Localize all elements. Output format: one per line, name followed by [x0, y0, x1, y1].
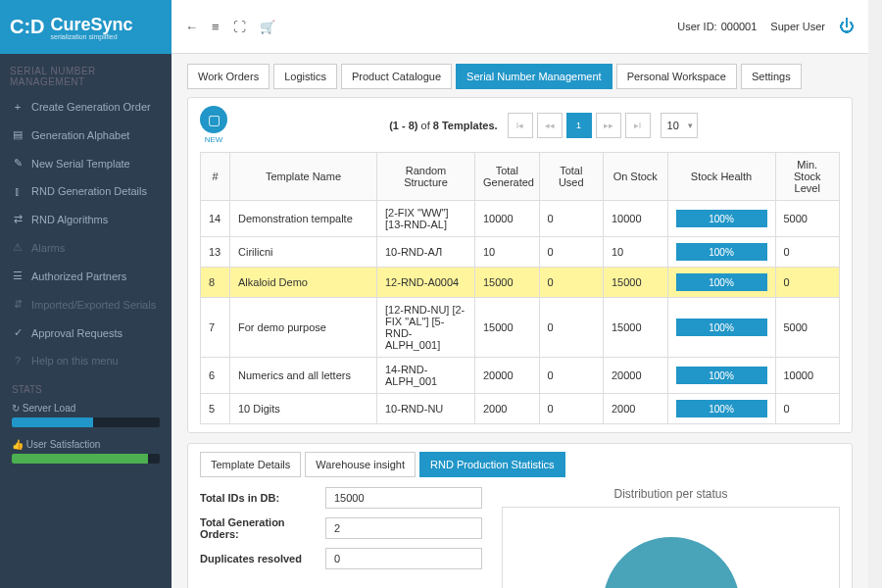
brand-logo[interactable]: C:⁠D CureSync serialization simplified — [0, 0, 172, 54]
subtab-warehouse-insight[interactable]: Warehouse insight — [305, 452, 416, 477]
tgo-label: Total Generation Orders: — [200, 516, 318, 540]
cell-tg: 15000 — [475, 298, 540, 358]
total-ids-label: Total IDs in DB: — [200, 492, 318, 504]
sidebar-item-icon: ⇵ — [12, 298, 24, 311]
cart-icon[interactable]: 🛒 — [260, 20, 275, 34]
cell-tg: 15000 — [475, 268, 540, 298]
sidebar-item-9[interactable]: ?Help on this menu — [0, 347, 172, 374]
sidebar-item-1[interactable]: ▤Generation Alphabet — [0, 121, 172, 149]
cell-os: 20000 — [604, 358, 668, 394]
sidebar-item-6[interactable]: ☰Authorized Partners — [0, 262, 172, 290]
sidebar-item-icon: + — [12, 101, 24, 113]
tgo-value: 2 — [325, 517, 482, 539]
table-row[interactable]: 13 Cirilicni 10-RND-АЛ 10 0 10 100% 0 — [201, 237, 840, 268]
cell-tg: 2000 — [475, 394, 540, 424]
pager-page-1[interactable]: 1 — [566, 113, 592, 138]
sidebar-stats-header: STATS — [0, 374, 172, 399]
col-header[interactable]: Total Used — [539, 153, 604, 201]
tab-product-catalogue[interactable]: Product Catalogue — [341, 64, 452, 89]
cell-n: 8 — [201, 268, 230, 298]
fullscreen-icon[interactable]: ⛶ — [233, 20, 246, 34]
sidebar-item-label: Help on this menu — [31, 355, 119, 367]
pager-size-select[interactable]: 10 — [661, 113, 698, 138]
new-icon: ▢ — [200, 106, 227, 133]
sidebar-item-icon: ⫿ — [12, 185, 24, 197]
logo-icon: C:⁠D — [10, 16, 45, 38]
pager-first[interactable]: I◂ — [508, 113, 533, 138]
cell-rs: 10-RND-NU — [377, 394, 475, 424]
cell-os: 10000 — [604, 201, 668, 237]
tab-serial-number-management[interactable]: Serial Number Management — [456, 64, 612, 89]
cell-ms: 10000 — [775, 358, 840, 394]
cell-ms: 0 — [775, 237, 840, 268]
table-row[interactable]: 5 10 Digits 10-RND-NU 2000 0 2000 100% 0 — [201, 394, 840, 424]
col-header[interactable]: Stock Health — [667, 153, 775, 201]
sidebar-item-icon: ⇄ — [12, 213, 24, 225]
back-icon[interactable]: ← — [185, 20, 198, 34]
sidebar-item-label: Approval Requests — [31, 327, 122, 339]
cell-rs: 12-RND-A0004 — [377, 268, 475, 298]
cell-name: Cirilicni — [230, 237, 377, 268]
cell-rs: 10-RND-АЛ — [377, 237, 475, 268]
tab-settings[interactable]: Settings — [741, 64, 802, 89]
sub-tabs: Template DetailsWarehouse insightRND Pro… — [200, 452, 840, 477]
sidebar-item-8[interactable]: ✓Approval Requests — [0, 318, 172, 347]
col-header[interactable]: Min. Stock Level — [775, 153, 840, 201]
cell-ms: 0 — [775, 394, 840, 424]
cell-name: For demo purpose — [230, 298, 377, 358]
sidebar-stat-0: ↻ Server Load — [0, 399, 172, 435]
power-icon[interactable]: ⏻ — [839, 18, 855, 35]
tab-personal-workspace[interactable]: Personal Workspace — [616, 64, 737, 89]
sidebar-item-label: Imported/Exported Serials — [31, 299, 156, 311]
vertical-scrollbar[interactable] — [868, 0, 882, 588]
sidebar: C:⁠D CureSync serialization simplified S… — [0, 0, 172, 588]
col-header[interactable]: On Stock — [604, 153, 668, 201]
subtab-rnd-production-statistics[interactable]: RND Production Statistics — [419, 452, 565, 477]
cell-tu: 0 — [539, 298, 604, 358]
table-row[interactable]: 8 Alkaloid Demo 12-RND-A0004 15000 0 150… — [201, 268, 840, 298]
cell-name: Demonstration tempalte — [230, 201, 377, 237]
col-header[interactable]: # — [201, 153, 230, 201]
sidebar-item-2[interactable]: ✎New Serial Template — [0, 149, 172, 177]
cell-tu: 0 — [539, 358, 604, 394]
sidebar-item-icon: ✓ — [12, 326, 24, 339]
user-id: 000001 — [721, 21, 758, 32]
sidebar-item-label: Alarms — [31, 242, 65, 254]
cell-name: Numerics and all letters — [230, 358, 377, 394]
tab-logistics[interactable]: Logistics — [273, 64, 337, 89]
cell-ms: 5000 — [775, 298, 840, 358]
pager-last[interactable]: ▸I — [625, 113, 651, 138]
cell-n: 7 — [201, 298, 230, 358]
templates-panel: ▢ NEW (1 - 8) of 8 Templates. I◂ ◂◂ 1 — [187, 97, 853, 433]
sidebar-item-4[interactable]: ⇄RND Algorithms — [0, 205, 172, 233]
sidebar-item-label: Create Generation Order — [31, 101, 151, 113]
pager-prev[interactable]: ◂◂ — [537, 113, 563, 138]
table-row[interactable]: 6 Numerics and all letters 14-RND-ALPH_0… — [201, 358, 840, 394]
dup-value: 0 — [325, 548, 482, 569]
pager-next[interactable]: ▸▸ — [596, 113, 621, 138]
subtab-template-details[interactable]: Template Details — [200, 452, 301, 477]
new-template-button[interactable]: ▢ NEW — [200, 106, 227, 144]
cell-name: Alkaloid Demo — [230, 268, 377, 298]
sidebar-item-label: RND Generation Details — [31, 185, 147, 197]
sidebar-item-5[interactable]: ⚠Alarms — [0, 233, 172, 262]
cell-n: 13 — [201, 237, 230, 268]
stat-icon: 👍 — [12, 439, 24, 450]
table-row[interactable]: 14 Demonstration tempalte [2-FIX "WW"] [… — [201, 201, 840, 237]
tab-work-orders[interactable]: Work Orders — [187, 64, 270, 89]
table-row[interactable]: 7 For demo purpose [12-RND-NU] [2-FIX "A… — [201, 298, 840, 358]
sidebar-item-3[interactable]: ⫿RND Generation Details — [0, 177, 172, 205]
sidebar-item-0[interactable]: +Create Generation Order — [0, 93, 172, 121]
cell-tg: 10 — [475, 237, 540, 268]
cell-n: 14 — [201, 201, 230, 237]
menu-icon[interactable]: ≡ — [212, 20, 220, 34]
cell-ms: 5000 — [775, 201, 840, 237]
brand-tagline: serialization simplified — [51, 33, 133, 40]
sidebar-item-icon: ⚠ — [12, 241, 24, 254]
col-header[interactable]: Random Structure — [377, 153, 475, 201]
cell-rs: [12-RND-NU] [2-FIX "AL"] [5-RND-ALPH_001… — [377, 298, 475, 358]
col-header[interactable]: Total Generated — [475, 153, 540, 201]
pager-info: (1 - 8) of 8 Templates. — [389, 120, 497, 131]
col-header[interactable]: Template Name — [230, 153, 377, 201]
sidebar-item-7[interactable]: ⇵Imported/Exported Serials — [0, 290, 172, 318]
